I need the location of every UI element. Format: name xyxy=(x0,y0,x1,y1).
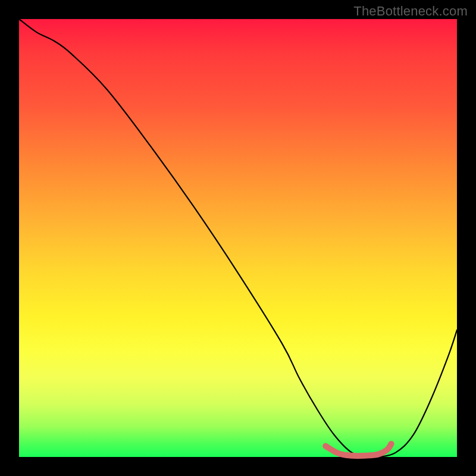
chart-frame: TheBottleneck.com xyxy=(0,0,476,476)
optimal-range-marker-line xyxy=(325,444,391,456)
bottleneck-curve-line xyxy=(19,19,457,458)
plot-area xyxy=(19,19,457,457)
watermark-label: TheBottleneck.com xyxy=(353,4,468,19)
chart-svg xyxy=(19,19,457,457)
